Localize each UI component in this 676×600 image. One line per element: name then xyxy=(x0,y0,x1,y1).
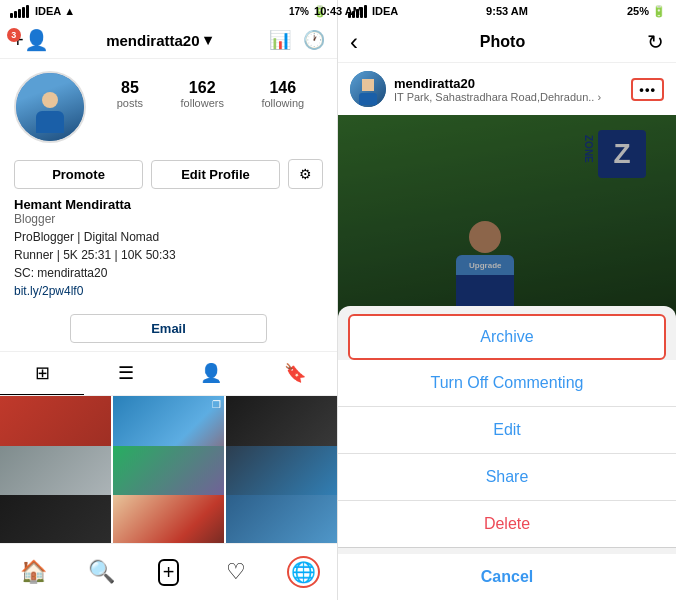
archive-label: Archive xyxy=(480,328,533,346)
avatar-head xyxy=(42,92,58,108)
settings-button[interactable]: ⚙ xyxy=(288,159,323,189)
status-bar-right: IDEA 9:53 AM 25% 🔋 xyxy=(338,0,676,22)
promote-button[interactable]: Promote xyxy=(14,160,143,189)
nav-activity[interactable]: ♡ xyxy=(202,552,269,592)
delete-label: Delete xyxy=(484,515,530,533)
username-text: mendiratta20 xyxy=(106,32,199,49)
nav-icons: 📊 🕐 xyxy=(269,29,325,51)
email-button[interactable]: Email xyxy=(70,314,267,343)
sheet-overlay xyxy=(338,115,676,335)
grid-icon: ⊞ xyxy=(35,362,50,384)
status-bar-left: IDEA ▲ 10:43 AM 17% 🔋 xyxy=(0,0,337,22)
nav-home[interactable]: 🏠 xyxy=(0,552,67,592)
followers-count: 162 xyxy=(189,79,216,97)
time-right: 9:53 AM xyxy=(486,5,528,17)
turn-off-commenting-button[interactable]: Turn Off Commenting xyxy=(338,360,676,407)
photo-cell-8[interactable] xyxy=(113,495,224,543)
edit-button[interactable]: Edit xyxy=(338,407,676,454)
edit-profile-button[interactable]: Edit Profile xyxy=(151,160,280,189)
home-icon: 🏠 xyxy=(20,559,47,585)
gear-icon: ⚙ xyxy=(299,166,312,182)
following-stat[interactable]: 146 following xyxy=(261,79,304,109)
photo-header: mendiratta20 IT Park, Sahastradhara Road… xyxy=(338,63,676,115)
delete-button[interactable]: Delete xyxy=(338,501,676,548)
posts-stat: 85 posts xyxy=(117,79,143,109)
signal-dots-right xyxy=(348,5,367,18)
add-user-section[interactable]: +👤 3 xyxy=(12,28,49,52)
signal-dots-left xyxy=(10,5,29,18)
photo-image: Z ZONE Upgrade xyxy=(338,115,676,335)
tab-tagged[interactable]: 👤 xyxy=(169,352,253,395)
post-location[interactable]: IT Park, Sahastradhara Road,Dehradun.. › xyxy=(394,91,623,103)
share-button[interactable]: Share xyxy=(338,454,676,501)
post-avatar-figure xyxy=(359,74,377,105)
username-area: mendiratta20 ▾ xyxy=(106,31,211,49)
refresh-icon[interactable]: ↻ xyxy=(647,30,664,54)
history-icon[interactable]: 🕐 xyxy=(303,29,325,51)
more-dots-icon: ••• xyxy=(639,82,656,97)
avatar xyxy=(14,71,86,143)
nav-profile[interactable]: 🌐 xyxy=(270,552,337,592)
time-left: 10:43 AM xyxy=(314,5,338,17)
posts-label: posts xyxy=(117,97,143,109)
archive-item-wrapper: Archive xyxy=(348,314,666,360)
profile-subtitle: Blogger xyxy=(14,212,323,226)
turn-off-commenting-label: Turn Off Commenting xyxy=(431,374,584,392)
action-sheet: Archive Turn Off Commenting Edit Share D… xyxy=(338,306,676,600)
battery-section-right: 25% 🔋 xyxy=(627,5,666,18)
person-figure xyxy=(36,82,64,133)
nav-add[interactable]: + xyxy=(135,552,202,592)
search-icon: 🔍 xyxy=(88,559,115,585)
posts-count: 85 xyxy=(121,79,139,97)
right-panel: IDEA 9:53 AM 25% 🔋 ‹ Photo ↻ mendiratta2… xyxy=(338,0,676,600)
profile-info: Hemant Mendiratta Blogger ProBlogger | D… xyxy=(0,197,337,306)
tab-list[interactable]: ☰ xyxy=(84,352,168,395)
left-panel: IDEA ▲ 10:43 AM 17% 🔋 +👤 3 mendiratta20 … xyxy=(0,0,338,600)
battery-percent-left: 17% xyxy=(289,6,309,17)
archive-button[interactable]: Archive xyxy=(350,316,664,358)
email-section: Email xyxy=(0,306,337,352)
avatar-inner xyxy=(16,73,84,141)
add-icon: + xyxy=(158,559,180,586)
stats-row: 85 posts 162 followers 146 following xyxy=(98,71,323,109)
photo-top-nav: ‹ Photo ↻ xyxy=(338,22,676,63)
photo-cell-9[interactable] xyxy=(226,495,337,543)
carrier-right: IDEA xyxy=(372,5,398,17)
post-avatar-head xyxy=(362,79,374,91)
following-count: 146 xyxy=(269,79,296,97)
multi-photo-icon: ❐ xyxy=(212,399,221,410)
notification-badge: 3 xyxy=(7,28,21,42)
list-icon: ☰ xyxy=(118,362,134,384)
followers-stat[interactable]: 162 followers xyxy=(181,79,224,109)
bottom-navigation: 🏠 🔍 + ♡ 🌐 xyxy=(0,543,337,600)
bookmark-icon: 🔖 xyxy=(284,362,306,384)
cancel-label: Cancel xyxy=(481,568,533,586)
followers-label: followers xyxy=(181,97,224,109)
share-label: Share xyxy=(486,468,529,486)
profile-top-nav: +👤 3 mendiratta20 ▾ 📊 🕐 xyxy=(0,22,337,59)
back-button[interactable]: ‹ xyxy=(350,30,358,54)
following-label: following xyxy=(261,97,304,109)
profile-username: mendiratta20 ▾ xyxy=(106,31,211,49)
chevron-down-icon[interactable]: ▾ xyxy=(204,31,212,49)
nav-search[interactable]: 🔍 xyxy=(67,552,134,592)
chart-icon[interactable]: 📊 xyxy=(269,29,291,51)
tab-saved[interactable]: 🔖 xyxy=(253,352,337,395)
battery-icon-right: 🔋 xyxy=(652,5,666,18)
photo-area: Z ZONE Upgrade Archive xyxy=(338,115,676,600)
action-buttons: Promote Edit Profile ⚙ xyxy=(0,151,337,197)
profile-bio: ProBlogger | Digital NomadRunner | 5K 25… xyxy=(14,228,323,282)
cancel-button[interactable]: Cancel xyxy=(338,554,676,600)
wifi-icon-left: ▲ xyxy=(64,5,75,17)
more-options-button[interactable]: ••• xyxy=(631,78,664,101)
photo-grid: ❐ 0:28:07 5:07 AM 5'35" xyxy=(0,396,337,543)
photo-title: Photo xyxy=(480,33,525,51)
profile-link[interactable]: bit.ly/2pw4lf0 xyxy=(14,284,323,298)
post-user-info: mendiratta20 IT Park, Sahastradhara Road… xyxy=(394,76,623,103)
globe-icon: 🌐 xyxy=(291,561,316,583)
battery-percent-right: 25% xyxy=(627,5,649,17)
post-avatar-body xyxy=(359,93,377,105)
photo-cell-7[interactable] xyxy=(0,495,111,543)
tab-grid[interactable]: ⊞ xyxy=(0,352,84,395)
post-avatar-inner xyxy=(350,71,386,107)
